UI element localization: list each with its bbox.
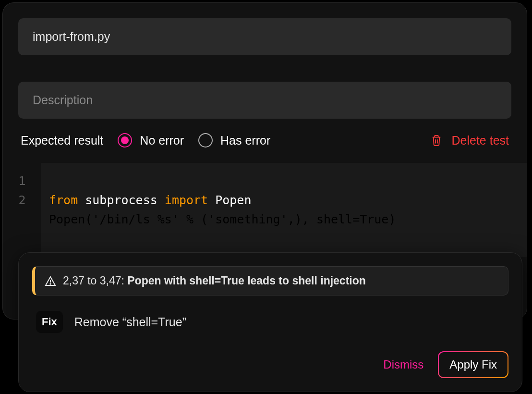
popup-actions: Dismiss Apply Fix	[32, 351, 508, 378]
expected-result-group: Expected result No error Has error	[21, 133, 270, 148]
fix-suggestion: Fix Remove “shell=True”	[32, 311, 508, 333]
expected-result-label: Expected result	[21, 134, 103, 148]
radio-no-error[interactable]: No error	[118, 133, 184, 148]
expected-radio-group: No error Has error	[118, 133, 270, 148]
dismiss-button[interactable]: Dismiss	[383, 358, 423, 371]
warning-text: 2,37 to 3,47: Popen with shell=True lead…	[63, 274, 366, 287]
radio-has-error-label: Has error	[220, 134, 270, 148]
fix-description: Remove “shell=True”	[74, 315, 186, 329]
svg-point-1	[50, 283, 51, 284]
radio-indicator-selected	[118, 133, 132, 148]
radio-indicator	[198, 133, 213, 148]
line-number: 1	[3, 172, 41, 191]
controls-row: Expected result No error Has error	[18, 133, 511, 148]
line-number: 2	[3, 191, 41, 210]
delete-test-button[interactable]: Delete test	[431, 134, 509, 148]
diagnostic-message: Popen with shell=True leads to shell inj…	[127, 274, 366, 287]
description-input[interactable]	[18, 82, 511, 119]
diagnostic-range: 2,37 to 3,47:	[63, 274, 127, 287]
delete-test-label: Delete test	[451, 134, 509, 148]
code-line-highlighted: Popen('/bin/ls %s' % ('something',), she…	[49, 210, 396, 229]
trash-icon	[431, 134, 442, 147]
code-editor[interactable]: 1 2 from subprocess import PopenPopen('/…	[3, 163, 527, 257]
radio-no-error-label: No error	[140, 134, 184, 148]
apply-fix-label: Apply Fix	[439, 352, 508, 377]
apply-fix-button[interactable]: Apply Fix	[438, 351, 508, 378]
code-line: from subprocess import Popen	[49, 191, 519, 210]
line-gutter: 1 2	[3, 163, 41, 257]
warning-box: 2,37 to 3,47: Popen with shell=True lead…	[32, 266, 508, 296]
fix-badge: Fix	[36, 311, 63, 333]
warning-icon	[45, 275, 56, 287]
code-content[interactable]: from subprocess import PopenPopen('/bin/…	[41, 163, 527, 257]
filename-input[interactable]	[18, 18, 511, 55]
radio-has-error[interactable]: Has error	[198, 133, 270, 148]
diagnostic-popup: 2,37 to 3,47: Popen with shell=True lead…	[18, 252, 522, 392]
